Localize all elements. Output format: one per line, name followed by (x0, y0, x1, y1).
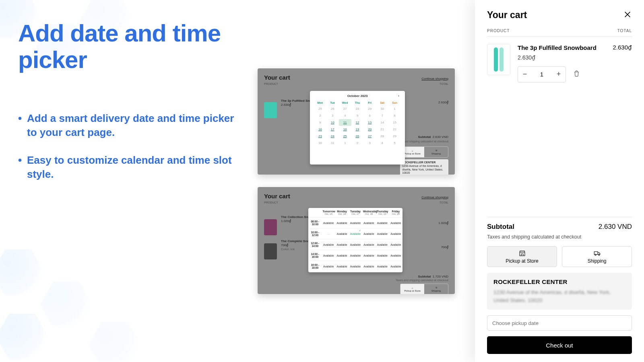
calendar-next-icon[interactable]: › (398, 94, 399, 98)
promo-bullet-2: Easy to customize calendar and time slot… (18, 153, 244, 181)
mock-timeslot-screenshot: Your cart Continue shopping PRODUCTTOTAL… (258, 187, 455, 294)
product-name: The 3p Fulfilled Snowboard (518, 44, 605, 52)
mock-calendar-screenshot: Your cart Continue shopping PRODUCTTOTAL… (258, 68, 455, 175)
truck-icon (593, 249, 601, 257)
cart-panel: Your cart PRODUCT TOTAL The 3p Fulfilled… (475, 0, 644, 362)
mock-a-method-pill: ⌂Pickup at Store ⧉Shipping (400, 146, 448, 158)
pickup-location-box: ROCKEFELLER CENTER 1230 Avenue of the Am… (487, 273, 632, 310)
location-name: ROCKEFELLER CENTER (493, 278, 625, 285)
mock-a-continue-link: Continue shopping (421, 77, 448, 80)
promo-bullet-1: Add a smart delivery date and time picke… (18, 111, 244, 140)
line-total: 2.630₫ (613, 44, 632, 82)
promo-title: Add date and time picker (18, 20, 244, 73)
qty-value: 1 (532, 71, 552, 78)
close-icon[interactable] (623, 10, 632, 21)
mock-b-thumb-2 (264, 243, 277, 259)
calendar-month: October 2023 (347, 94, 368, 98)
tax-note: Taxes and shipping calculated at checkou… (487, 234, 632, 240)
col-product: PRODUCT (487, 29, 510, 33)
cart-title: Your cart (487, 10, 527, 21)
mock-b-continue-link: Continue shopping (421, 195, 448, 199)
checkout-button[interactable]: Check out (487, 336, 632, 354)
quantity-stepper[interactable]: − 1 + (518, 66, 566, 82)
mock-a-title: Your cart (264, 74, 290, 81)
product-unit-price: 2.630₫ (518, 54, 605, 61)
timeslot-popover: TomorrowOct, 15MondayOct, 16TuesdayOct, … (308, 208, 402, 272)
store-icon (518, 249, 526, 257)
mock-a-store-box: ROCKEFELLER CENTER1230 Avenue of the Ame… (400, 159, 448, 175)
calendar-popover: October 2023 › MonTueWedThuFriSatSun 252… (310, 91, 405, 165)
col-total: TOTAL (617, 29, 632, 33)
timeslot-grid[interactable]: TomorrowOct, 15MondayOct, 16TuesdayOct, … (308, 208, 402, 272)
cart-line: The 3p Fulfilled Snowboard 2.630₫ − 1 + … (487, 44, 632, 82)
product-image (487, 44, 510, 75)
pickup-button[interactable]: Pickup at Store (487, 246, 557, 267)
subtotal-amount: 2.630 VND (599, 223, 632, 231)
qty-minus-button[interactable]: − (518, 67, 532, 82)
shipping-button[interactable]: Shipping (562, 246, 632, 267)
mock-b-title: Your cart (264, 193, 290, 200)
trash-icon[interactable] (573, 70, 580, 78)
location-address: 1230 Avenue of the Americas, d diseñá, N… (493, 288, 625, 304)
mock-b-method-pill: ⌂Pickup at Store ⧉Shipping (400, 284, 448, 294)
qty-plus-button[interactable]: + (552, 67, 566, 82)
cart-columns: PRODUCT TOTAL (487, 29, 632, 37)
calendar-grid[interactable]: MonTueWedThuFriSatSun 252627282930123456… (314, 100, 401, 146)
mock-a-thumb (264, 102, 277, 118)
promo-bullets: Add a smart delivery date and time picke… (18, 111, 244, 181)
subtotal-label: Subtotal (487, 223, 514, 231)
mock-b-thumb-1 (264, 219, 277, 235)
fulfillment-method-row: Pickup at Store Shipping (487, 246, 632, 267)
subtotal-row: Subtotal 2.630 VND (487, 217, 632, 231)
promo-column: Add date and time picker Add a smart del… (18, 20, 244, 195)
pickup-date-input[interactable] (487, 315, 632, 331)
